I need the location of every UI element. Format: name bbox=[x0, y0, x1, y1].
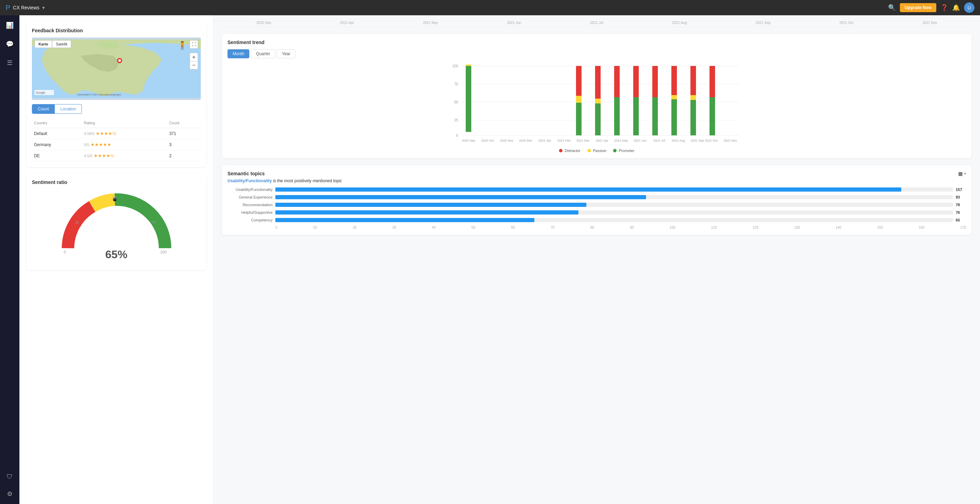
bar-row: Usability/Functionality157 bbox=[228, 187, 966, 191]
axis-tick: 80 bbox=[590, 226, 594, 230]
time-label: 2021 Oct bbox=[840, 21, 854, 25]
bar-value: 93 bbox=[956, 195, 966, 199]
chart-selector-chevron[interactable]: ▾ bbox=[964, 171, 966, 176]
map-tab-karte[interactable]: Karte bbox=[35, 40, 52, 48]
svg-text:2021 Jun: 2021 Jun bbox=[633, 139, 646, 142]
detractor-label: Detractor bbox=[565, 148, 580, 153]
toggle-count-button[interactable]: Count bbox=[32, 104, 55, 114]
table-cell-count: 371 bbox=[167, 128, 201, 139]
svg-rect-36 bbox=[671, 99, 677, 136]
app-title-chevron[interactable]: ▾ bbox=[42, 5, 45, 10]
svg-text:2021 Oct: 2021 Oct bbox=[705, 139, 718, 142]
sidebar-item-list[interactable]: ☰ bbox=[5, 57, 14, 69]
x-axis-numbers: 0102030405060708090100110120130140150160… bbox=[228, 226, 966, 230]
toggle-location-button[interactable]: Location bbox=[55, 104, 82, 114]
street-view-icon[interactable]: 🧍 bbox=[178, 41, 187, 50]
sidebar: 📊 💬 ☰ 🛡 ⚙ bbox=[0, 15, 19, 504]
topnav: P CX Reviews ▾ 🔍 Upgrade Now ❓ 🔔 U bbox=[0, 0, 980, 15]
left-panel: Feedback Distribution bbox=[19, 15, 214, 504]
chart-type-selector[interactable]: ▦ ▾ bbox=[958, 171, 966, 176]
svg-rect-35 bbox=[652, 66, 658, 97]
table-row: Default4.58/5 ★★★★½371 bbox=[32, 128, 201, 139]
legend-detractor: Detractor bbox=[559, 148, 580, 153]
map-tab-satellit[interactable]: Satellit bbox=[52, 40, 71, 48]
help-icon[interactable]: ❓ bbox=[940, 4, 948, 11]
svg-rect-32 bbox=[633, 97, 639, 136]
svg-rect-28 bbox=[595, 99, 601, 104]
app-title: CX Reviews bbox=[13, 5, 39, 10]
bar-track bbox=[275, 211, 953, 215]
axis-tick: 130 bbox=[794, 226, 800, 230]
feedback-distribution-title: Feedback Distribution bbox=[32, 28, 201, 33]
sentiment-trend-card: Sentiment trend Month Quarter Year 100 bbox=[222, 34, 972, 158]
axis-tick: 170 bbox=[960, 226, 966, 230]
legend-promoter: Promoter bbox=[613, 148, 634, 153]
time-label: 2021 Jul bbox=[590, 21, 603, 25]
map-fullscreen-button[interactable]: ⛶ bbox=[190, 40, 198, 49]
map-zoom-out[interactable]: − bbox=[190, 61, 198, 69]
upgrade-button[interactable]: Upgrade Now bbox=[900, 3, 936, 12]
sidebar-item-settings[interactable]: ⚙ bbox=[5, 488, 14, 500]
feedback-distribution-card: Feedback Distribution bbox=[26, 22, 206, 167]
svg-text:25: 25 bbox=[75, 220, 79, 225]
bar-label: General Experience bbox=[228, 195, 272, 199]
tab-quarter[interactable]: Quarter bbox=[251, 49, 275, 58]
svg-rect-38 bbox=[671, 66, 677, 95]
table-row: Germany5/5 ★★★★★3 bbox=[32, 139, 201, 150]
svg-text:2020 Nov: 2020 Nov bbox=[500, 139, 514, 142]
search-icon[interactable]: 🔍 bbox=[888, 4, 896, 11]
axis-tick: 50 bbox=[472, 226, 476, 230]
map-zoom-in[interactable]: + bbox=[190, 53, 198, 61]
svg-rect-34 bbox=[652, 97, 658, 136]
trend-tabs: Month Quarter Year bbox=[228, 49, 966, 58]
svg-rect-25 bbox=[576, 96, 582, 103]
tab-month[interactable]: Month bbox=[228, 49, 249, 58]
table-cell-country: Default bbox=[32, 128, 82, 139]
gauge-svg: 0 25 50 75 100 bbox=[57, 193, 175, 255]
feedback-table: Country Rating Count Default4.58/5 ★★★★½… bbox=[32, 118, 201, 161]
axis-tick: 120 bbox=[752, 226, 759, 230]
sidebar-item-reviews[interactable]: 💬 bbox=[4, 38, 16, 50]
time-label: 2021 Apr bbox=[340, 21, 354, 25]
sidebar-item-shield[interactable]: 🛡 bbox=[5, 471, 15, 482]
time-label: 2021 Nov bbox=[923, 21, 937, 25]
svg-text:50: 50 bbox=[454, 100, 458, 104]
bar-row: Recommendation78 bbox=[228, 203, 966, 207]
sidebar-item-dashboard[interactable]: 📊 bbox=[4, 19, 16, 31]
bar-track bbox=[275, 218, 953, 222]
axis-tick: 60 bbox=[511, 226, 515, 230]
svg-rect-22 bbox=[466, 66, 471, 132]
svg-text:100: 100 bbox=[160, 250, 167, 254]
svg-rect-37 bbox=[671, 95, 677, 99]
subtitle-text: is the most positively mentioned topic bbox=[272, 179, 342, 183]
svg-text:50: 50 bbox=[112, 196, 116, 200]
svg-text:2021 Sep: 2021 Sep bbox=[691, 139, 704, 142]
time-label: 2021 Sep bbox=[756, 21, 770, 25]
svg-text:0: 0 bbox=[64, 250, 66, 254]
promoter-label: Promoter bbox=[619, 148, 634, 153]
svg-rect-24 bbox=[576, 103, 582, 136]
svg-text:2021 Feb: 2021 Feb bbox=[557, 139, 570, 142]
app-logo-area: P CX Reviews ▾ bbox=[6, 4, 45, 12]
svg-rect-29 bbox=[595, 66, 601, 99]
table-cell-rating: 4.58/5 ★★★★½ bbox=[82, 128, 167, 139]
svg-text:2020 Sep: 2020 Sep bbox=[462, 139, 476, 142]
notifications-icon[interactable]: 🔔 bbox=[952, 4, 960, 11]
main-content: Feedback Distribution bbox=[19, 15, 980, 504]
user-avatar[interactable]: U bbox=[964, 2, 974, 13]
svg-rect-27 bbox=[595, 104, 601, 136]
axis-tick: 70 bbox=[551, 226, 555, 230]
tab-year[interactable]: Year bbox=[277, 49, 296, 58]
table-cell-rating: 4.5/5 ★★★★½ bbox=[82, 150, 167, 161]
sentiment-chart-svg: 100 75 50 25 0 bbox=[228, 62, 966, 146]
sentiment-ratio-title: Sentiment ratio bbox=[32, 179, 201, 185]
axis-tick: 0 bbox=[275, 226, 277, 230]
axis-tick: 10 bbox=[313, 226, 317, 230]
axis-tick: 40 bbox=[432, 226, 436, 230]
svg-rect-41 bbox=[690, 95, 696, 100]
svg-text:2021 Aug: 2021 Aug bbox=[672, 139, 685, 142]
svg-text:2021 Nov: 2021 Nov bbox=[724, 139, 737, 142]
sentiment-ratio-card: Sentiment ratio 0 25 5 bbox=[26, 174, 206, 270]
chart-legend: Detractor Passive Promoter bbox=[228, 148, 966, 153]
bar-fill bbox=[275, 211, 578, 215]
